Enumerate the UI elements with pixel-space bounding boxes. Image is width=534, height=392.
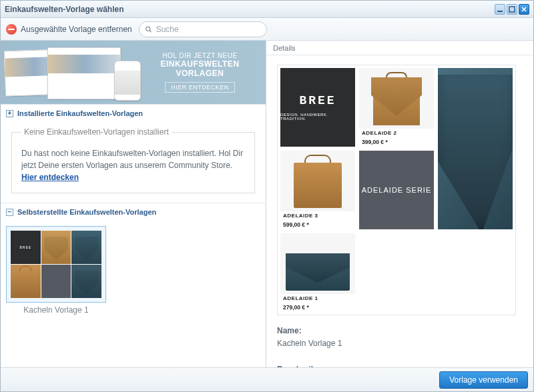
svg-rect-1 [509,7,515,12]
close-button[interactable] [519,4,529,15]
template-preview: BREE DESIGN. HANDWERK. TRADITION. ADELAI… [277,65,516,315]
minimize-button[interactable] [495,4,505,15]
search-input[interactable] [156,25,261,34]
dialog-window: Einkaufswelten-Vorlage wählen Ausgewählt… [0,0,534,392]
section-installed-title: Installierte Einkaufswelten-Vorlagen [17,109,143,117]
details-body: BREE DESIGN. HANDWERK. TRADITION. ADELAI… [266,55,533,367]
search-icon [145,25,152,33]
search-field[interactable] [139,21,267,37]
template-item[interactable]: BREE Kacheln Vorlage 1 [6,226,106,315]
section-custom-title: Selbsterstellte Einkaufswelten-Vorlagen [17,208,156,216]
section-installed: + Installierte Einkaufswelten-Vorlagen K… [1,104,266,203]
promo-banner[interactable]: HOL DIR JETZT NEUE EINKAUFSWELTEN VORLAG… [1,41,266,104]
titlebar: Einkaufswelten-Vorlage wählen [1,1,533,18]
details-meta: Name: Kacheln Vorlage 1 Beschreibung: Ei… [277,325,523,367]
remove-icon [6,24,17,35]
expand-icon: + [6,110,13,117]
installed-empty-state: Keine Einkaufswelten-Vorlagen installier… [11,127,255,193]
dialog-body: HOL DIR JETZT NEUE EINKAUFSWELTEN VORLAG… [1,41,533,367]
section-custom: − Selbsterstellte Einkaufswelten-Vorlage… [1,203,266,320]
banner-text: HOL DIR JETZT NEUE EINKAUFSWELTEN VORLAG… [134,41,266,104]
preview-tile-serie: ADELAIDE SERIE [359,151,434,229]
dialog-footer: Vorlage verwenden [1,367,533,391]
preview-tile-product: ADELAIDE 2 399,00 € * [359,68,434,147]
section-installed-header[interactable]: + Installierte Einkaufswelten-Vorlagen [1,105,266,122]
window-title: Einkaufswelten-Vorlage wählen [5,5,495,14]
empty-message: Du hast noch keine Einkaufswelten-Vorlag… [21,147,245,183]
svg-rect-0 [497,11,503,12]
toolbar: Ausgewählte Vorlage entfernen [1,18,533,41]
maximize-button[interactable] [507,4,517,15]
details-panel: Details BREE DESIGN. HANDWERK. TRADITION… [266,41,533,367]
template-thumbnail: BREE [6,226,106,303]
remove-template-button[interactable]: Ausgewählte Vorlage entfernen [6,24,132,35]
empty-legend: Keine Einkaufswelten-Vorlagen installier… [21,127,172,137]
preview-tile-large [438,68,513,229]
banner-screenshots [1,41,134,104]
remove-template-label: Ausgewählte Vorlage entfernen [21,25,132,34]
left-panel: HOL DIR JETZT NEUE EINKAUFSWELTEN VORLAG… [1,41,266,367]
preview-tile-product: ADELAIDE 3 599,00 € * [280,151,355,229]
svg-point-2 [146,27,150,31]
discover-link[interactable]: Hier entdecken [21,173,79,182]
window-controls [495,4,529,15]
apply-template-button[interactable]: Vorlage verwenden [439,371,528,389]
section-custom-header[interactable]: − Selbsterstellte Einkaufswelten-Vorlage… [1,203,266,221]
collapse-icon: − [6,209,13,216]
template-item-label: Kacheln Vorlage 1 [6,305,106,315]
preview-tile-product: ADELAIDE 1 279,00 € * [280,233,355,312]
banner-cta[interactable]: HIER ENTDECKEN [165,82,235,93]
details-name-label: Name: [277,326,302,335]
preview-tile-logo: BREE DESIGN. HANDWERK. TRADITION. [280,68,355,147]
details-heading: Details [266,41,533,55]
svg-line-3 [150,30,151,31]
details-name-value: Kacheln Vorlage 1 [277,339,342,348]
custom-template-list: BREE Kacheln Vorlage 1 [1,221,266,320]
